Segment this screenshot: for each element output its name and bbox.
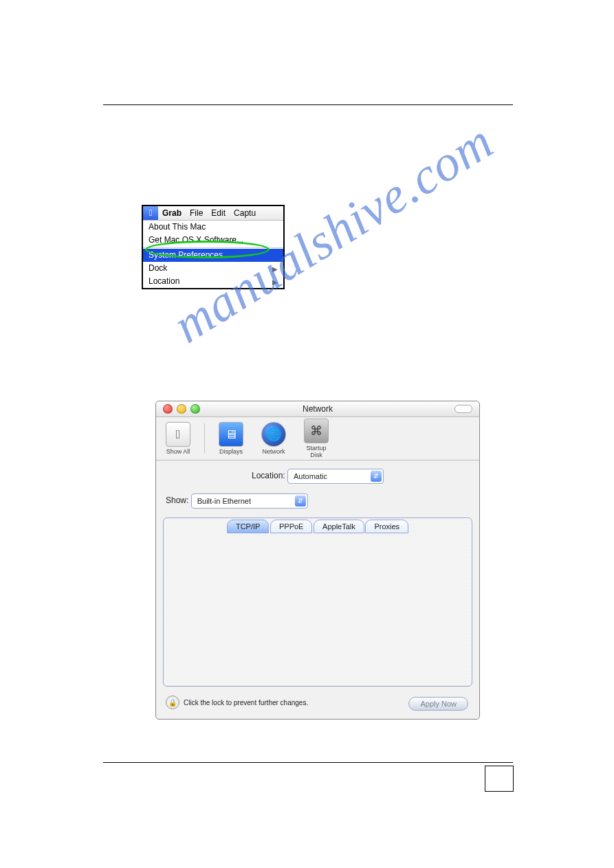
- menu-item-label: System Preferences...: [149, 250, 230, 260]
- toolbar-show-all[interactable]:  Show All: [162, 422, 195, 455]
- menubar:  Grab File Edit Captu: [143, 206, 283, 221]
- page-number-box: [485, 766, 514, 792]
- apple-menu-screenshot:  Grab File Edit Captu About This Mac Ge…: [142, 205, 285, 289]
- apple-menu-body: About This Mac Get Mac OS X Software... …: [143, 221, 283, 288]
- show-row: Show: Built-in Ethernet ⇵: [166, 493, 479, 509]
- tab-label: PPPoE: [279, 522, 303, 531]
- menu-dock[interactable]: Dock▶: [143, 262, 283, 275]
- menu-about-this-mac[interactable]: About This Mac: [143, 221, 283, 234]
- toolbar-startup-disk[interactable]: ⌘ Startup Disk: [300, 419, 333, 458]
- toolbar-displays[interactable]: 🖥 Displays: [215, 422, 248, 455]
- minimize-icon[interactable]: [177, 404, 186, 414]
- menubar-app[interactable]: Grab: [158, 208, 186, 218]
- toolbar-label: Show All: [162, 448, 195, 455]
- toolbar-network[interactable]: 🌐 Network: [257, 422, 290, 455]
- network-icon: 🌐: [261, 422, 286, 447]
- toolbar-label: Startup Disk: [300, 445, 333, 458]
- show-value: Built-in Ethernet: [197, 497, 251, 505]
- toolbar-separator: [204, 423, 205, 454]
- location-label: Location:: [252, 471, 285, 480]
- submenu-arrow-icon: ▶: [272, 263, 278, 275]
- tab-label: AppleTalk: [322, 522, 355, 531]
- page-bottom-rule: [103, 762, 513, 763]
- show-all-icon: : [166, 422, 190, 447]
- menubar-edit[interactable]: Edit: [207, 208, 230, 218]
- window-title: Network: [156, 401, 479, 416]
- displays-icon: 🖥: [219, 422, 243, 447]
- menu-get-software[interactable]: Get Mac OS X Software...: [143, 234, 283, 247]
- toolbar-label: Network: [257, 448, 290, 455]
- startup-disk-icon: ⌘: [304, 419, 329, 443]
- tab-pppoe[interactable]: PPPoE: [270, 520, 312, 533]
- lock-row: 🔒 Click the lock to prevent further chan…: [166, 695, 308, 709]
- close-icon[interactable]: [163, 404, 173, 414]
- menu-separator: [143, 247, 283, 248]
- show-label: Show:: [166, 496, 188, 505]
- menu-system-preferences[interactable]: System Preferences...: [143, 249, 283, 262]
- toolbar-label: Displays: [215, 448, 248, 455]
- menu-item-label: Location: [149, 276, 179, 286]
- show-select[interactable]: Built-in Ethernet ⇵: [191, 493, 308, 509]
- window-titlebar: Network: [156, 401, 479, 417]
- network-preferences-window: Network  Show All 🖥 Displays 🌐 Network …: [155, 401, 480, 720]
- tab-label: Proxies: [374, 522, 399, 531]
- menu-item-label: Dock: [149, 263, 167, 273]
- page-top-rule: [103, 104, 513, 105]
- toolbar:  Show All 🖥 Displays 🌐 Network ⌘ Startu…: [156, 417, 479, 460]
- apply-label: Apply Now: [420, 700, 457, 708]
- menubar-capture[interactable]: Captu: [230, 208, 260, 218]
- location-row: Location: Automatic ⇵: [156, 469, 479, 484]
- traffic-lights: [163, 404, 200, 414]
- menubar-file[interactable]: File: [186, 208, 207, 218]
- chevron-updown-icon: ⇵: [295, 496, 306, 507]
- location-value: Automatic: [294, 472, 327, 480]
- toolbar-toggle-icon[interactable]: [454, 405, 472, 413]
- location-select[interactable]: Automatic ⇵: [287, 469, 384, 484]
- apply-now-button[interactable]: Apply Now: [408, 697, 468, 711]
- tab-tcpip[interactable]: TCP/IP: [227, 520, 269, 533]
- tab-label: TCP/IP: [236, 522, 260, 531]
- lock-text: Click the lock to prevent further change…: [184, 699, 308, 706]
- panel-frame: [163, 518, 472, 687]
- tab-proxies[interactable]: Proxies: [365, 520, 408, 533]
- apple-logo-icon[interactable]: : [143, 206, 158, 220]
- tab-appletalk[interactable]: AppleTalk: [314, 520, 364, 533]
- menu-location[interactable]: Location▶: [143, 275, 283, 288]
- submenu-arrow-icon: ▶: [272, 276, 278, 288]
- menu-item-label: Get Mac OS X Software...: [149, 235, 243, 245]
- menu-item-label: About This Mac: [149, 222, 206, 232]
- zoom-icon[interactable]: [190, 404, 200, 414]
- chevron-updown-icon: ⇵: [371, 471, 382, 482]
- lock-icon[interactable]: 🔒: [166, 695, 179, 709]
